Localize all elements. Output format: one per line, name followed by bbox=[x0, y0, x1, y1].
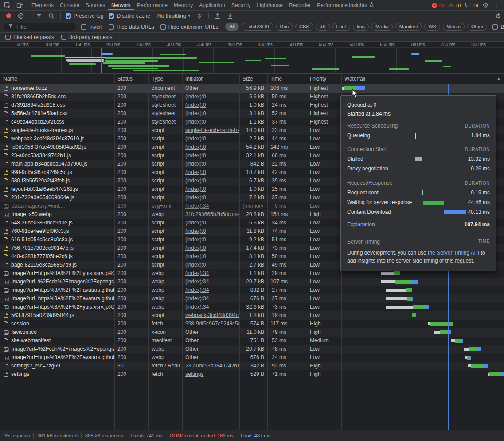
cell-waterfall[interactable] bbox=[341, 353, 504, 362]
error-badge[interactable]: × 48 bbox=[432, 3, 444, 8]
table-row[interactable]: 563.87915a0239d95044.js200scriptwebpack-… bbox=[0, 311, 504, 320]
table-row[interactable]: image?url=%2Fcdn%2Fimages%2Fopengraph...… bbox=[0, 345, 504, 353]
filter-pill-doc[interactable]: Doc bbox=[276, 23, 293, 31]
filter-pill-media[interactable]: Media bbox=[371, 23, 393, 31]
table-row[interactable]: image?url=https%3A%2F%2Favatars.githubus… bbox=[0, 294, 504, 303]
cell-name[interactable]: 760-91ce4ee9fcf0f0c3.js bbox=[0, 227, 114, 236]
column-header-time[interactable]: Time bbox=[267, 74, 307, 84]
cell-name[interactable]: 580-f3b56529a2f48feb.js bbox=[0, 177, 114, 185]
cell-initiator[interactable]: (index):0 bbox=[182, 193, 239, 202]
tab-performance-insights[interactable]: Performance insights bbox=[314, 0, 377, 10]
filter-pill-font[interactable]: Font bbox=[332, 23, 350, 31]
inspect-element-icon[interactable] bbox=[2, 0, 13, 10]
cell-name[interactable]: site.webmanifest bbox=[0, 337, 114, 345]
cell-initiator[interactable]: (index):0 bbox=[182, 101, 239, 109]
tab-sources[interactable]: Sources bbox=[82, 0, 108, 10]
column-header-waterfall[interactable]: Waterfall▲ bbox=[341, 74, 504, 84]
checkbox-blocked-response-cookies[interactable]: Blocked response cookies bbox=[492, 24, 504, 30]
cell-name[interactable]: webpack-3cdf48d394c87610.js bbox=[0, 135, 114, 143]
cell-name[interactable]: 231-722a3a65d669064e.js bbox=[0, 193, 114, 202]
checkbox-disable-cache[interactable]: Disable cache bbox=[109, 13, 150, 19]
cell-name[interactable]: image?url=https%3A%2F%2Favatars.githubus… bbox=[0, 286, 114, 294]
cell-name[interactable]: data:image/svg+xml;... bbox=[0, 202, 114, 210]
cell-initiator[interactable]: (index):34 bbox=[182, 303, 239, 311]
tab-elements[interactable]: Elements bbox=[28, 0, 57, 10]
cell-initiator[interactable]: (index):34 bbox=[182, 278, 239, 286]
cell-name[interactable]: layout-bb31af6eeb47c268.js bbox=[0, 185, 114, 193]
cell-waterfall[interactable] bbox=[341, 328, 504, 337]
cell-name[interactable]: 5a56e3c1761e58ad.css bbox=[0, 109, 114, 118]
cell-name[interactable]: image_s50.webp bbox=[0, 210, 114, 219]
network-conditions-icon[interactable] bbox=[194, 11, 205, 21]
cell-name[interactable]: 616-51d054c5cc8c0c8a.js bbox=[0, 236, 114, 244]
cell-initiator[interactable]: (index):0 bbox=[182, 118, 239, 126]
table-row[interactable]: image?url=https%3A%2F%2Fyuis.xsrv.jp%2Fi… bbox=[0, 303, 504, 311]
table-row[interactable]: nonsense.buzz200documentOther56.9 kB106 … bbox=[0, 84, 504, 93]
cell-name[interactable]: nonsense.buzz bbox=[0, 84, 114, 93]
record-button[interactable] bbox=[3, 11, 14, 21]
table-row[interactable]: image?url=https%3A%2F%2Favatars.githubus… bbox=[0, 353, 504, 362]
cell-initiator[interactable]: 998-9df5c967c9249c5d.js: bbox=[182, 320, 239, 328]
cell-waterfall[interactable] bbox=[341, 286, 504, 294]
cell-initiator[interactable]: (index):0 bbox=[182, 261, 239, 269]
tab-recorder[interactable]: Recorder bbox=[286, 0, 314, 10]
search-icon[interactable] bbox=[46, 11, 57, 21]
cell-initiator[interactable]: (index):0 bbox=[182, 109, 239, 118]
tab-performance[interactable]: Performance bbox=[134, 0, 171, 10]
table-row[interactable]: favicon.ico200x-iconOther11.0 kB79 msHig… bbox=[0, 328, 504, 337]
cell-initiator[interactable]: webpack-3cdf48d394c876 bbox=[182, 311, 239, 320]
throttling-select[interactable]: No throttling ▾ bbox=[155, 13, 193, 19]
cell-initiator[interactable]: 31fc293665b2b5dc.css bbox=[182, 210, 239, 219]
cell-name[interactable]: 31fc293665b2b5dc.css bbox=[0, 93, 114, 101]
cell-name[interactable]: image?url=%2Fcdn%2Fimages%2Fopengraph... bbox=[0, 345, 114, 353]
filter-pill-other[interactable]: Other bbox=[467, 23, 488, 31]
cell-name[interactable]: image?url=https%3A%2F%2Fyuis.xsrv.jp%2Fi… bbox=[0, 269, 114, 278]
cell-initiator[interactable]: (index):0 bbox=[182, 244, 239, 252]
filter-pill-fetch-xhr[interactable]: Fetch/XHR bbox=[242, 23, 273, 31]
cell-initiator[interactable]: (index):34 bbox=[182, 286, 239, 294]
cell-waterfall[interactable] bbox=[341, 337, 504, 345]
filter-pill-all[interactable]: All bbox=[225, 23, 238, 31]
cell-waterfall[interactable] bbox=[341, 294, 504, 303]
cell-initiator[interactable]: (index):0 bbox=[182, 168, 239, 177]
filter-pill-js[interactable]: JS bbox=[316, 23, 330, 31]
cell-initiator[interactable]: single-file-extension-fram bbox=[182, 126, 239, 135]
filter-pill-wasm[interactable]: Wasm bbox=[443, 23, 465, 31]
cell-waterfall[interactable] bbox=[341, 370, 504, 379]
cell-initiator[interactable]: (index):0 bbox=[182, 177, 239, 185]
table-row[interactable]: image?url=https%3A%2F%2Favatars.githubus… bbox=[0, 286, 504, 294]
table-row[interactable]: site.webmanifest200manifestOther751 B53 … bbox=[0, 337, 504, 345]
filter-toggle-icon[interactable] bbox=[33, 11, 45, 21]
device-toolbar-icon[interactable] bbox=[14, 0, 26, 10]
cell-initiator[interactable]: (index):0 bbox=[182, 227, 239, 236]
checkbox-hide-extension-urls[interactable]: Hide extension URLs bbox=[160, 24, 219, 30]
cell-initiator[interactable]: (index):34 bbox=[182, 269, 239, 278]
checkbox-3rd-party-requests[interactable]: 3rd-party requests bbox=[61, 34, 112, 40]
cell-waterfall[interactable] bbox=[341, 362, 504, 370]
cell-name[interactable]: 756-701c7302ec90147c.js bbox=[0, 244, 114, 252]
filter-pill-manifest[interactable]: Manifest bbox=[395, 23, 422, 31]
cell-initiator[interactable]: (index):0 bbox=[182, 135, 239, 143]
cell-waterfall[interactable] bbox=[341, 311, 504, 320]
checkbox-invert[interactable]: Invert bbox=[81, 24, 102, 30]
cell-initiator[interactable]: (index):0 bbox=[182, 143, 239, 151]
cell-initiator[interactable]: (index):0 bbox=[182, 160, 239, 168]
server-timing-api-link[interactable]: the Server Timing API bbox=[428, 250, 479, 256]
cell-initiator[interactable]: (index):0 bbox=[182, 93, 239, 101]
cell-name[interactable]: single-file-hooks-frames.js bbox=[0, 126, 114, 135]
cell-initiator[interactable]: settings bbox=[182, 370, 239, 379]
export-har-icon[interactable] bbox=[224, 11, 236, 21]
cell-initiator[interactable]: (index):0 bbox=[182, 219, 239, 227]
filter-input[interactable]: Filter bbox=[4, 23, 76, 31]
clear-button[interactable] bbox=[15, 11, 27, 21]
import-har-icon[interactable] bbox=[212, 11, 223, 21]
cell-name[interactable]: 23-a0dc53d3849742b1.js bbox=[0, 151, 114, 160]
cell-name[interactable]: image?url=https%3A%2F%2Favatars.githubus… bbox=[0, 353, 114, 362]
cell-waterfall[interactable] bbox=[341, 345, 504, 353]
cell-name[interactable]: 563.87915a0239d95044.js bbox=[0, 311, 114, 320]
column-header-name[interactable]: Name bbox=[0, 74, 114, 84]
cell-initiator[interactable]: (index):34 bbox=[182, 294, 239, 303]
table-row[interactable]: session200fetch998-9df5c967c9249c5d.js:5… bbox=[0, 320, 504, 328]
cell-name[interactable]: image?url=https%3A%2F%2Fyuis.xsrv.jp%2Fi… bbox=[0, 303, 114, 311]
tab-console[interactable]: Console bbox=[57, 0, 82, 10]
